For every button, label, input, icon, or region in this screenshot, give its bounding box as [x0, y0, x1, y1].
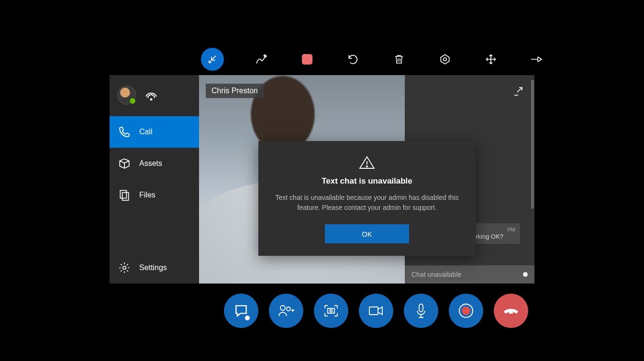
svg-point-3 — [151, 99, 152, 100]
svg-point-12 — [330, 310, 333, 312]
files-icon — [118, 189, 131, 201]
sidebar-item-settings[interactable]: Settings — [110, 252, 199, 284]
sidebar-item-label: Settings — [139, 263, 167, 272]
record-button[interactable] — [449, 294, 483, 328]
dialog-text-chat-unavailable: Text chat is unavailable Text chat is un… — [258, 141, 476, 256]
sidebar-item-label: Assets — [139, 159, 162, 168]
chat-input: Chat unavailable — [405, 265, 534, 284]
participant-name-badge: Chris Preston — [206, 84, 264, 98]
video-button[interactable] — [359, 294, 393, 328]
move-button[interactable] — [482, 51, 500, 68]
svg-point-10 — [287, 307, 290, 311]
sidebar-item-assets[interactable]: Assets — [110, 148, 199, 179]
annotation-toolbar — [201, 48, 545, 71]
popout-icon[interactable] — [512, 86, 524, 97]
svg-rect-11 — [328, 308, 334, 313]
svg-point-6 — [123, 266, 126, 270]
screenshot-button[interactable] — [314, 294, 348, 328]
svg-rect-14 — [419, 304, 423, 312]
chat-button[interactable] — [224, 294, 258, 328]
svg-point-8 — [366, 166, 367, 167]
dialog-title: Text chat is unavailable — [272, 176, 462, 186]
chat-input-placeholder: Chat unavailable — [411, 271, 461, 278]
sidebar-item-label: Call — [139, 128, 153, 136]
stop-button[interactable] — [299, 51, 316, 68]
call-controls — [224, 294, 528, 328]
chat-status-dot-icon — [523, 272, 528, 277]
svg-marker-1 — [441, 55, 449, 64]
delete-button[interactable] — [390, 51, 408, 68]
sidebar-item-label: Files — [139, 191, 155, 199]
undo-button[interactable] — [344, 51, 362, 68]
add-person-button[interactable] — [269, 294, 303, 328]
chat-scrollbar[interactable] — [531, 80, 534, 209]
svg-point-9 — [280, 306, 285, 310]
notification-dot-icon — [245, 316, 250, 320]
package-icon — [118, 157, 131, 170]
hangup-button[interactable] — [494, 294, 528, 328]
dialog-body: Text chat is unavailable because your ad… — [272, 193, 462, 213]
sidebar: Call Assets Files — [110, 75, 199, 284]
svg-rect-4 — [120, 190, 126, 198]
pin-button[interactable] — [528, 51, 545, 68]
sidebar-item-call[interactable]: Call — [110, 116, 199, 148]
ok-button[interactable]: OK — [325, 224, 409, 243]
arrow-in-button[interactable] — [201, 48, 224, 71]
warning-icon — [272, 155, 462, 170]
phone-icon — [118, 126, 131, 138]
chat-message-text: orking OK? — [472, 233, 503, 240]
svg-point-2 — [444, 58, 447, 61]
target-button[interactable] — [436, 51, 454, 68]
avatar[interactable] — [117, 86, 136, 105]
draw-button[interactable] — [253, 51, 270, 68]
mic-button[interactable] — [404, 294, 438, 328]
network-icon — [145, 90, 157, 100]
gear-icon — [118, 262, 131, 274]
svg-point-0 — [209, 61, 211, 63]
svg-point-15 — [459, 304, 473, 317]
svg-rect-5 — [122, 193, 129, 200]
svg-rect-13 — [369, 307, 378, 315]
chat-message-time: PM — [472, 226, 515, 233]
sidebar-item-files[interactable]: Files — [110, 179, 199, 211]
sidebar-header — [110, 75, 199, 116]
